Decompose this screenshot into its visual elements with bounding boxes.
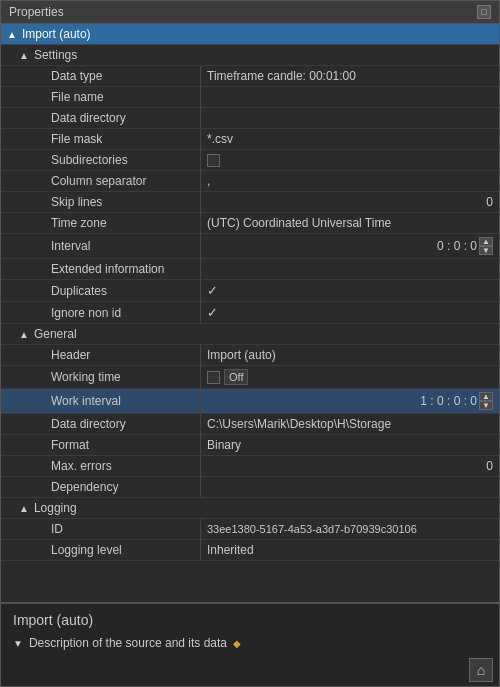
table-row[interactable]: Max. errors 0 [1, 456, 499, 477]
prop-label: Extended information [1, 259, 201, 279]
table-row[interactable]: Working time Off [1, 366, 499, 389]
table-row[interactable]: Dependency [1, 477, 499, 498]
prop-value: , [201, 171, 499, 191]
prop-label: Time zone [1, 213, 201, 233]
prop-label: File name [1, 87, 201, 107]
general-section-header[interactable]: ▲ General [1, 324, 499, 345]
table-row[interactable]: Format Binary [1, 435, 499, 456]
import-triangle: ▲ [7, 29, 17, 40]
prop-value: Timeframe candle: 00:01:00 [201, 66, 499, 86]
prop-value: Off [201, 366, 499, 388]
interval-spinner[interactable]: 0 : 0 : 0 ▲ ▼ [207, 237, 493, 255]
properties-window: Properties □ ▲ Import (auto) ▲ Settings … [0, 0, 500, 687]
table-row[interactable]: Data directory [1, 108, 499, 129]
prop-value: 33ee1380-5167-4a53-a3d7-b70939c30106 [201, 519, 499, 539]
table-row[interactable]: Data type Timeframe candle: 00:01:00 [1, 66, 499, 87]
table-row[interactable]: Extended information [1, 259, 499, 280]
work-interval-value: 1 : 0 : 0 : 0 [420, 394, 477, 408]
prop-value: 0 [201, 192, 499, 212]
subdirectories-checkbox[interactable] [207, 154, 220, 167]
interval-value: 0 : 0 : 0 [437, 239, 477, 253]
prop-label: Max. errors [1, 456, 201, 476]
spinner-up[interactable]: ▲ [479, 392, 493, 401]
prop-value: Binary [201, 435, 499, 455]
prop-label: Ignore non id [1, 302, 201, 323]
prop-label: File mask [1, 129, 201, 149]
prop-value: 0 [201, 456, 499, 476]
import-section-header[interactable]: ▲ Import (auto) [1, 24, 499, 45]
prop-label: Work interval [1, 389, 201, 413]
prop-label: Working time [1, 366, 201, 388]
properties-area[interactable]: ▲ Import (auto) ▲ Settings Data type Tim… [1, 24, 499, 602]
prop-label: Data directory [1, 108, 201, 128]
prop-value: 1 : 0 : 0 : 0 ▲ ▼ [201, 389, 499, 413]
spinner-down[interactable]: ▼ [479, 401, 493, 410]
table-row[interactable]: Ignore non id ✓ [1, 302, 499, 324]
bottom-footer: ⌂ [1, 654, 499, 686]
spinner-buttons[interactable]: ▲ ▼ [479, 392, 493, 410]
table-row[interactable]: Work interval 1 : 0 : 0 : 0 ▲ ▼ [1, 389, 499, 414]
working-time-checkbox[interactable] [207, 371, 220, 384]
prop-label: Data type [1, 66, 201, 86]
table-row[interactable]: Duplicates ✓ [1, 280, 499, 302]
off-badge: Off [224, 369, 248, 385]
description-header[interactable]: ▼ Description of the source and its data… [1, 632, 499, 654]
table-row[interactable]: Subdirectories [1, 150, 499, 171]
spinner-buttons[interactable]: ▲ ▼ [479, 237, 493, 255]
prop-value: ✓ [201, 302, 499, 323]
table-row[interactable]: Skip lines 0 [1, 192, 499, 213]
logging-section-label: Logging [34, 501, 77, 515]
window-title: Properties [9, 5, 64, 19]
spacer [1, 561, 499, 571]
general-triangle: ▲ [19, 329, 29, 340]
prop-label: ID [1, 519, 201, 539]
prop-label: Data directory [1, 414, 201, 434]
prop-label: Logging level [1, 540, 201, 560]
settings-section-header[interactable]: ▲ Settings [1, 45, 499, 66]
prop-label: Column separator [1, 171, 201, 191]
orange-dot-icon: ◆ [233, 638, 241, 649]
prop-value: *.csv [201, 129, 499, 149]
general-section-label: General [34, 327, 77, 341]
ignore-nonid-check: ✓ [207, 305, 218, 320]
prop-value [201, 87, 499, 107]
duplicates-check: ✓ [207, 283, 218, 298]
prop-value: 0 : 0 : 0 ▲ ▼ [201, 234, 499, 258]
table-row[interactable]: File name [1, 87, 499, 108]
prop-label: Interval [1, 234, 201, 258]
prop-label: Skip lines [1, 192, 201, 212]
prop-label: Format [1, 435, 201, 455]
prop-label: Header [1, 345, 201, 365]
prop-value: ✓ [201, 280, 499, 301]
work-interval-spinner[interactable]: 1 : 0 : 0 : 0 ▲ ▼ [207, 392, 493, 410]
home-icon: ⌂ [477, 662, 485, 678]
settings-section-label: Settings [34, 48, 77, 62]
table-row[interactable]: File mask *.csv [1, 129, 499, 150]
prop-label: Dependency [1, 477, 201, 497]
logging-triangle: ▲ [19, 503, 29, 514]
table-row[interactable]: Logging level Inherited [1, 540, 499, 561]
table-row[interactable]: Interval 0 : 0 : 0 ▲ ▼ [1, 234, 499, 259]
table-row[interactable]: Header Import (auto) [1, 345, 499, 366]
expand-button[interactable]: □ [477, 5, 491, 19]
prop-value: Inherited [201, 540, 499, 560]
desc-triangle: ▼ [13, 638, 23, 649]
table-row[interactable]: Time zone (UTC) Coordinated Universal Ti… [1, 213, 499, 234]
table-row[interactable]: Column separator , [1, 171, 499, 192]
prop-label: Subdirectories [1, 150, 201, 170]
prop-value: Import (auto) [201, 345, 499, 365]
settings-triangle: ▲ [19, 50, 29, 61]
prop-value [201, 150, 499, 170]
logging-section-header[interactable]: ▲ Logging [1, 498, 499, 519]
import-section-label: Import (auto) [22, 27, 91, 41]
table-row[interactable]: Data directory C:\Users\Marik\Desktop\H\… [1, 414, 499, 435]
table-row[interactable]: ID 33ee1380-5167-4a53-a3d7-b70939c30106 [1, 519, 499, 540]
spinner-down[interactable]: ▼ [479, 246, 493, 255]
prop-value [201, 477, 499, 497]
prop-value: C:\Users\Marik\Desktop\H\Storage [201, 414, 499, 434]
home-button[interactable]: ⌂ [469, 658, 493, 682]
bottom-panel: Import (auto) ▼ Description of the sourc… [1, 602, 499, 686]
spinner-up[interactable]: ▲ [479, 237, 493, 246]
bottom-title: Import (auto) [1, 604, 499, 632]
prop-value [201, 259, 499, 279]
